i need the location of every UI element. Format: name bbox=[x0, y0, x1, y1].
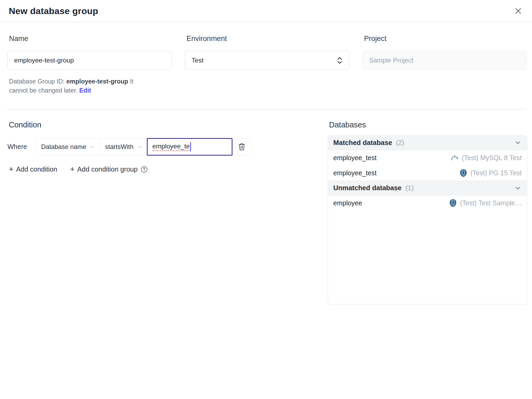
chevron-down-icon bbox=[515, 139, 521, 146]
edit-id-link[interactable]: Edit bbox=[79, 87, 91, 94]
unmatched-database-title: Unmatched database bbox=[333, 184, 402, 192]
chevron-down-icon bbox=[515, 185, 521, 191]
database-instance: (Test) MySQL 8 Test bbox=[450, 154, 522, 162]
condition-section: Condition Where Database name startsWith bbox=[7, 120, 328, 304]
database-row: employee (Test) Test Sample… bbox=[328, 196, 527, 211]
add-condition-button[interactable]: + Add condition bbox=[9, 165, 57, 173]
plus-icon: + bbox=[9, 165, 14, 173]
databases-panel: Matched database (2) employee_test bbox=[328, 135, 527, 304]
plus-icon: + bbox=[70, 165, 75, 173]
database-instance-label: (Test) Test Sample… bbox=[460, 199, 522, 207]
dialog-title: New database group bbox=[9, 6, 98, 16]
project-field-block: Project Sample Project bbox=[363, 35, 527, 95]
matched-database-count: (2) bbox=[396, 139, 404, 146]
name-input[interactable]: employee-test-group bbox=[7, 51, 172, 70]
database-name: employee bbox=[333, 199, 362, 207]
add-condition-label: Add condition bbox=[16, 165, 57, 173]
condition-actions: + Add condition + Add condition group bbox=[9, 165, 328, 173]
database-instance-label: (Test) MySQL 8 Test bbox=[462, 154, 522, 162]
environment-select-value: Test bbox=[192, 57, 203, 64]
postgres-icon bbox=[449, 199, 457, 207]
helper-group-id: employee-test-group bbox=[66, 78, 128, 85]
help-icon[interactable] bbox=[141, 166, 148, 173]
matched-database-title: Matched database bbox=[333, 139, 392, 146]
databases-section: Databases Matched database (2) employee_… bbox=[328, 120, 527, 304]
group-id-helper: Database Group ID: employee-test-group I… bbox=[9, 77, 145, 95]
text-caret bbox=[190, 142, 191, 151]
unmatched-database-count: (1) bbox=[405, 184, 414, 192]
project-select-value: Sample Project bbox=[369, 57, 413, 64]
environment-select[interactable]: Test bbox=[185, 51, 349, 70]
chevron-down-icon bbox=[90, 144, 95, 149]
database-row: employee_test (Test) PG 15 Test bbox=[328, 165, 527, 181]
condition-operator-value: startsWith bbox=[105, 143, 134, 151]
delete-condition-button[interactable] bbox=[232, 139, 251, 155]
name-input-value: employee-test-group bbox=[14, 57, 74, 64]
matched-database-header[interactable]: Matched database (2) bbox=[328, 135, 527, 150]
condition-factor-value: Database name bbox=[41, 143, 86, 151]
helper-prefix: Database Group ID: bbox=[9, 78, 66, 85]
chevron-updown-icon bbox=[337, 56, 343, 64]
condition-operator-select[interactable]: startsWith bbox=[99, 139, 147, 155]
databases-heading: Databases bbox=[329, 120, 527, 129]
matched-database-title-wrap: Matched database (2) bbox=[333, 139, 404, 147]
condition-expression-group: Database name startsWith employee_te bbox=[36, 138, 251, 155]
dialog-header: New database group bbox=[0, 0, 532, 22]
close-icon bbox=[514, 7, 522, 15]
database-instance-label: (Test) PG 15 Test bbox=[470, 169, 522, 177]
name-field-block: Name employee-test-group Database Group … bbox=[7, 35, 172, 95]
database-instance: (Test) PG 15 Test bbox=[459, 169, 522, 177]
database-name: employee_test bbox=[333, 169, 377, 177]
add-condition-group-label: Add condition group bbox=[77, 165, 138, 173]
environment-label: Environment bbox=[186, 35, 349, 43]
condition-value-text: employee_te bbox=[152, 143, 190, 151]
lower-area: Condition Where Database name startsWith bbox=[0, 110, 532, 304]
condition-row: Where Database name startsWith employee_… bbox=[7, 138, 328, 155]
database-name: employee_test bbox=[333, 154, 377, 162]
trash-icon bbox=[238, 143, 246, 151]
add-condition-group-button[interactable]: + Add condition group bbox=[70, 165, 148, 173]
close-button[interactable] bbox=[512, 5, 524, 17]
postgres-icon bbox=[459, 169, 467, 177]
unmatched-database-header[interactable]: Unmatched database (1) bbox=[328, 181, 527, 196]
unmatched-database-title-wrap: Unmatched database (1) bbox=[333, 184, 414, 192]
database-instance: (Test) Test Sample… bbox=[449, 199, 522, 207]
project-label: Project bbox=[364, 35, 527, 43]
where-label: Where bbox=[7, 143, 27, 151]
database-row: employee_test (Test) MySQL 8 Test bbox=[328, 150, 527, 165]
group-form: Name employee-test-group Database Group … bbox=[0, 22, 532, 95]
name-label: Name bbox=[9, 35, 172, 43]
condition-factor-select[interactable]: Database name bbox=[36, 139, 99, 155]
condition-heading: Condition bbox=[9, 120, 328, 129]
condition-value-input[interactable]: employee_te bbox=[147, 138, 232, 156]
chevron-down-icon bbox=[137, 144, 142, 149]
mysql-icon bbox=[450, 154, 459, 162]
project-select: Sample Project bbox=[363, 51, 527, 70]
environment-field-block: Environment Test bbox=[185, 35, 349, 95]
